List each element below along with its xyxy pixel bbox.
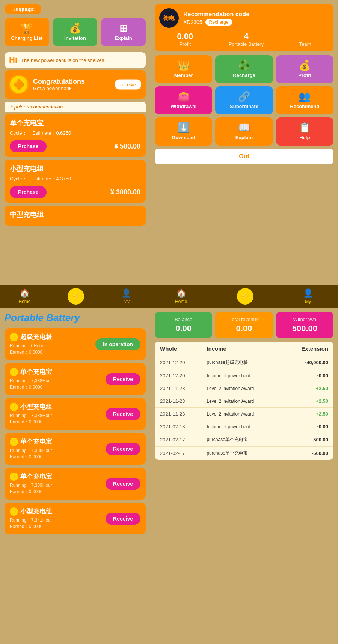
battery-earned-4: Earned：0.0000 <box>10 489 106 495</box>
help-button[interactable]: 📋 Help <box>276 117 333 146</box>
invitation-button[interactable]: 💰 Invitation <box>53 18 98 46</box>
battery-action-4[interactable]: Receive <box>106 478 140 490</box>
battery-icon-0: ⚡ <box>10 333 18 341</box>
product-price-2: ¥ 3000.00 <box>110 188 140 196</box>
subordinate-button[interactable]: 🔗 Subordinate <box>215 86 273 114</box>
recommend-icon: 👥 <box>299 92 311 101</box>
table-row: 2021-11-23 Level 2 invitation Award +2.5… <box>155 408 333 420</box>
profit-val: 0.00 <box>177 32 193 41</box>
battery-action-5[interactable]: Receive <box>106 513 140 525</box>
revenue-label: Total revenue <box>220 317 268 322</box>
download-button[interactable]: ⬇️ Download <box>155 117 212 146</box>
recharge-tag[interactable]: Recharge <box>205 19 232 26</box>
battery-action-3[interactable]: Receive <box>106 443 140 455</box>
battery-running-0: Running：0Hour <box>10 343 95 349</box>
product-card-1: 单个充电宝 Cycle： Estimate：0.6250 Prchase ¥ 5… <box>5 114 146 157</box>
lightning-btn-right[interactable]: ⚡ <box>237 288 253 305</box>
date-3: 2021-11-23 <box>160 398 207 404</box>
battery-card-4: ⚡ 单个充电宝 Running：7,339Hour Earned：0.0000 … <box>5 468 146 500</box>
withdrawn-label: Withdrawn <box>281 317 329 322</box>
help-label: Help <box>299 135 310 140</box>
explain-icon: ⊞ <box>119 23 128 33</box>
battery-name-2: ⚡ 小型充电组 <box>10 402 106 411</box>
home-nav-left[interactable]: 🏠 Home <box>18 288 30 304</box>
lightning-nav-left[interactable]: ⚡ <box>68 288 84 305</box>
balance-label: Balance <box>159 317 208 322</box>
lightning-nav-right[interactable]: ⚡ <box>237 288 253 305</box>
profit-button[interactable]: 💰 Profit <box>276 55 333 83</box>
battery-icon-2: ⚡ <box>10 403 18 411</box>
amount-2: +2.50 <box>282 386 328 391</box>
lightning-btn-left[interactable]: ⚡ <box>68 288 84 305</box>
battery-val: 4 <box>229 32 264 41</box>
desc-6: purchase单个充电宝 <box>207 437 281 443</box>
member-button[interactable]: 👑 Member <box>155 55 212 83</box>
table-row: 2021-02-17 purchase单个充电宝 -500.00 <box>155 433 333 447</box>
withdrawal-label: Withdrawal <box>171 104 196 109</box>
rec-code-info: Recommendation code XD2305 Recharge <box>183 11 329 26</box>
notification-text: The new power bank is on the shelves <box>21 57 104 63</box>
battery-icon-3: ⚡ <box>10 438 18 446</box>
portable-title: Portable Battery <box>5 312 146 324</box>
invitation-icon: 💰 <box>69 23 81 33</box>
battery-earned-0: Earned：0.0000 <box>10 349 95 356</box>
desc-7: purchase单个充电宝 <box>207 450 281 456</box>
invitation-label: Invitation <box>64 35 86 41</box>
battery-earned-3: Earned：0.0000 <box>10 454 106 460</box>
out-button[interactable]: Out <box>155 149 333 164</box>
amount-0: -40,000.00 <box>282 360 328 365</box>
recharge-button[interactable]: ♻️ Recharge <box>215 55 273 83</box>
amount-4: +2.50 <box>282 411 328 417</box>
battery-action-2[interactable]: Receive <box>106 408 140 420</box>
receive-button[interactable]: receive <box>115 80 141 90</box>
amount-7: -500.00 <box>282 450 328 456</box>
member-icon: 👑 <box>178 60 190 70</box>
explain-button[interactable]: ⊞ Explain <box>101 18 146 46</box>
withdrawn-val: 500.00 <box>281 324 329 333</box>
recharge-icon: ♻️ <box>238 60 250 70</box>
amount-5: -0.00 <box>282 424 328 429</box>
battery-name-1: ⚡ 单个充电宝 <box>10 368 106 376</box>
recommend-button[interactable]: 👥 Recommend <box>276 86 333 114</box>
battery-info-2: ⚡ 小型充电组 Running：7,338Hour Earned：0.0000 <box>10 402 106 425</box>
balance-card: Balance 0.00 <box>155 312 212 338</box>
charging-list-button[interactable]: 🏆 Charging List <box>5 18 49 46</box>
table-row: 2021-02-17 purchase单个充电宝 -500.00 <box>155 447 333 460</box>
battery-action-0[interactable]: In operation <box>95 338 140 350</box>
battery-info-5: ⚡ 小型充电组 Running：7,341Hour Earned：0.0000 <box>10 507 106 530</box>
battery-info-1: ⚡ 单个充电宝 Running：7,338Hour Earned：0.0000 <box>10 368 106 390</box>
date-0: 2021-12-20 <box>160 360 207 365</box>
purchase-btn-1[interactable]: Prchase <box>10 140 47 152</box>
my-nav-right[interactable]: 👤 My <box>303 288 313 304</box>
amount-6: -500.00 <box>282 437 328 443</box>
battery-icon-4: ⚡ <box>10 473 18 481</box>
battery-info-0: ⚡ 超级充电桩 Running：0Hour Earned：0.0000 <box>10 333 95 356</box>
desc-1: Income of power bank <box>207 373 281 378</box>
battery-label: Portable Battery <box>229 41 264 47</box>
home-nav-right[interactable]: 🏠 Home <box>175 288 187 304</box>
withdrawal-button[interactable]: 👛 Withdrawal <box>155 86 212 114</box>
battery-stat: 4 Portable Battery <box>229 32 264 47</box>
withdrawal-icon: 👛 <box>178 92 190 101</box>
profit-label: Profit <box>177 41 193 47</box>
date-6: 2021-02-17 <box>160 437 207 443</box>
congrats-box: 🔶 Congratulations Get a power bank recei… <box>5 70 146 99</box>
date-4: 2021-11-23 <box>160 411 207 417</box>
popular-header: Popular recommendation <box>5 102 146 112</box>
header-extension: Extension <box>282 345 328 352</box>
date-2: 2021-11-23 <box>160 386 207 391</box>
amount-3: +2.50 <box>282 398 328 404</box>
purchase-btn-2[interactable]: Prchase <box>10 186 47 198</box>
home-label-right: Home <box>175 299 187 304</box>
explain-right-button[interactable]: 📖 Explain <box>215 117 273 146</box>
subordinate-icon: 🔗 <box>238 92 250 101</box>
home-label-left: Home <box>18 299 30 304</box>
product-name-1: 单个充电宝 <box>10 119 140 128</box>
battery-icon-5: ⚡ <box>10 507 18 516</box>
battery-name-4: ⚡ 单个充电宝 <box>10 472 106 481</box>
language-button[interactable]: Language <box>5 4 41 14</box>
battery-action-1[interactable]: Receive <box>106 373 140 385</box>
recommend-label: Recommend <box>290 104 319 109</box>
product-cycle-1: Cycle： Estimate：0.6250 <box>10 130 140 137</box>
my-nav-left[interactable]: 👤 My <box>121 288 131 304</box>
